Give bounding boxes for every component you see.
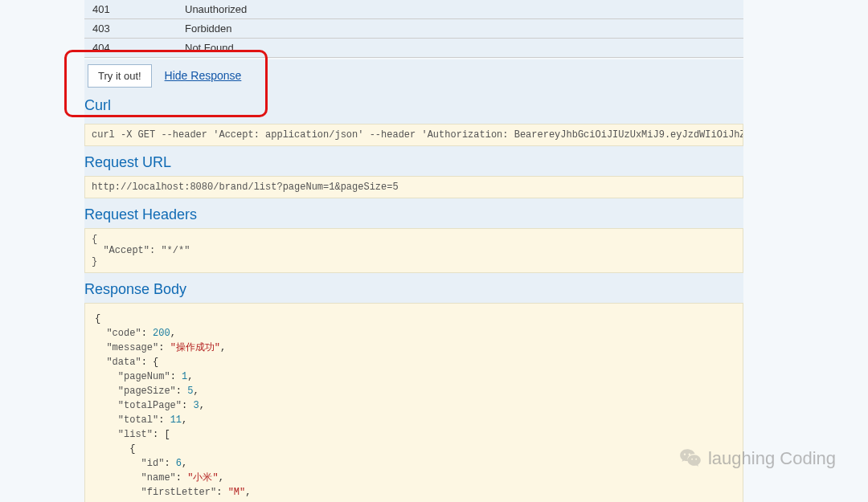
try-it-out-button[interactable]: Try it out! [88,64,152,88]
table-row: 404 Not Found [84,39,743,58]
status-code: 404 [84,39,185,58]
status-desc: Not Found [185,39,743,58]
status-code: 401 [84,0,185,19]
status-desc: Forbidden [185,19,743,39]
action-row: Try it out! Hide Response Curl [84,59,743,124]
response-body-box[interactable]: { "code": 200, "message": "操作成功", "data"… [84,303,743,502]
hide-response-link[interactable]: Hide Response [165,69,242,82]
response-body-heading: Response Body [84,273,743,303]
table-row: 403 Forbidden [84,19,743,39]
curl-heading: Curl [84,88,743,119]
curl-command-box[interactable]: curl -X GET --header 'Accept: applicatio… [84,124,743,146]
request-url-heading: Request URL [84,146,743,176]
request-url-box[interactable]: http://localhost:8080/brand/list?pageNum… [84,176,743,198]
request-headers-heading: Request Headers [84,198,743,228]
table-row: 401 Unauthorized [84,0,743,19]
request-headers-box[interactable]: { "Accept": "*/*" } [84,228,743,273]
status-code: 403 [84,19,185,39]
status-codes-table: 401 Unauthorized 403 Forbidden 404 Not F… [84,0,743,58]
status-desc: Unauthorized [185,0,743,19]
